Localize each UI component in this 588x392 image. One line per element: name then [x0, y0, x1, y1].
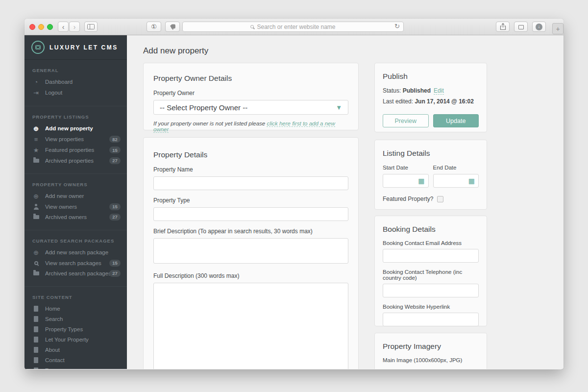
status-label: Status:	[383, 87, 403, 94]
property-imagery-card: Property Imagery Main Image (1000x600px,…	[374, 333, 487, 369]
owner-note: If your property owner is not yet listed…	[153, 121, 348, 132]
sidebar-section-property-listings: PROPERTY LISTINGS ⊕ Add new property ≡ V…	[24, 106, 127, 171]
sidebar-item-view-search-packages[interactable]: View search packages 15	[24, 258, 127, 268]
page-icon	[34, 337, 38, 343]
notes-extension-button[interactable]	[165, 22, 180, 32]
sidebar-item-featured-properties[interactable]: ★ Featured properties 15	[24, 145, 127, 155]
sidebar-section-general: GENERAL ◔ Dashboard ⇥ Logout	[24, 60, 127, 103]
plus-circle-icon: ⊕	[32, 193, 40, 199]
address-bar[interactable]: Search or enter website name ↻	[182, 22, 404, 32]
edit-status-link[interactable]: Edit	[434, 87, 444, 95]
password-extension-button[interactable]: ①	[147, 22, 161, 32]
elephant-icon	[170, 24, 176, 30]
main-content: Add new property Property Owner Details …	[127, 35, 564, 369]
count-badge: 27	[109, 270, 121, 277]
card-title: Listing Details	[383, 149, 479, 158]
sidebar-item-label: View search packages	[45, 260, 101, 266]
property-owner-select[interactable]: -- Select Property Owner -- ▼	[153, 100, 348, 115]
property-details-card: Property Details Property Name Property …	[143, 137, 359, 369]
sidebar-section-property-owners: PROPERTY OWNERS ⊕ Add new owner View own…	[24, 173, 127, 227]
sidebar-item-home[interactable]: Home	[24, 303, 127, 314]
count-badge: 15	[109, 147, 121, 153]
publish-card: Publish Status: PublishedEdit Last edite…	[374, 63, 487, 132]
sidebar-item-view-owners[interactable]: View owners 15	[24, 201, 127, 212]
minimize-window-button[interactable]	[38, 24, 44, 30]
downloads-button[interactable]: ↓	[532, 22, 546, 32]
booking-email-input[interactable]	[383, 249, 479, 263]
sidebar-item-let-your-property[interactable]: Let Your Property	[24, 334, 127, 344]
sidebar-toggle-button[interactable]	[84, 22, 98, 32]
last-edited-value: Jun 17, 2014 @ 16:02	[415, 98, 473, 105]
status-line: Status: PublishedEdit	[383, 87, 479, 94]
sidebar-item-terms[interactable]: Terms	[24, 365, 127, 369]
sidebar-item-property-types[interactable]: Property Types	[24, 324, 127, 334]
new-tab-button[interactable]: +	[552, 23, 564, 34]
calendar-icon[interactable]: ▦	[418, 177, 424, 184]
folder-icon	[33, 159, 39, 163]
sidebar-item-about[interactable]: About	[24, 344, 127, 355]
property-type-label: Property Type	[153, 197, 348, 204]
booking-phone-label: Booking Contact Telephone (inc country c…	[383, 269, 479, 281]
sidebar-item-label: View owners	[45, 204, 77, 210]
sidebar-item-label: Featured properties	[45, 147, 94, 153]
search-icon	[34, 261, 38, 265]
brief-description-textarea[interactable]	[153, 238, 348, 264]
booking-website-label: Booking Website Hyperlink	[383, 304, 479, 310]
forward-button[interactable]: ›	[69, 22, 80, 32]
section-header: PROPERTY OWNERS	[24, 177, 127, 191]
share-icon	[500, 23, 506, 30]
sidebar-item-label: Terms	[45, 368, 60, 369]
share-button[interactable]	[496, 22, 510, 32]
browser-toolbar: ‹ › ① Search or enter website name ↻	[24, 19, 564, 35]
page-icon	[34, 316, 38, 322]
count-badge: 15	[109, 260, 121, 267]
booking-phone-input[interactable]	[383, 284, 479, 297]
sidebar-item-archived-search-packages[interactable]: Archived search packages 27	[24, 268, 127, 278]
last-edited-label: Last edited:	[383, 98, 415, 105]
sidebar-item-add-new-owner[interactable]: ⊕ Add new owner	[24, 191, 127, 201]
sidebar-item-search[interactable]: Search	[24, 314, 127, 324]
count-badge: 15	[109, 203, 121, 210]
brief-description-label: Brief Description (To appear in search r…	[153, 228, 348, 235]
browser-window: ‹ › ① Search or enter website name ↻	[24, 19, 564, 369]
sidebar-item-label: Dashboard	[45, 79, 73, 85]
property-type-input[interactable]	[153, 207, 348, 221]
card-title: Property Details	[153, 150, 348, 159]
app-logo: LUXURY LET CMS	[24, 35, 127, 60]
sidebar-item-contact[interactable]: Contact	[24, 355, 127, 365]
sidebar-item-label: Archived properties	[45, 158, 94, 164]
property-name-input[interactable]	[153, 176, 348, 190]
zoom-window-button[interactable]	[47, 24, 53, 30]
start-date-input[interactable]: ▦	[383, 174, 429, 188]
sidebar-item-label: Search	[45, 316, 63, 322]
sidebar-item-logout[interactable]: ⇥ Logout	[24, 87, 127, 98]
close-window-button[interactable]	[29, 24, 35, 30]
last-edited-line: Last edited: Jun 17, 2014 @ 16:02	[383, 98, 479, 105]
reload-icon[interactable]: ↻	[394, 23, 400, 30]
back-button[interactable]: ‹	[58, 22, 69, 32]
page-title: Add new property	[143, 46, 564, 56]
full-description-textarea[interactable]	[153, 283, 348, 369]
count-badge: 27	[109, 157, 121, 164]
preview-button[interactable]: Preview	[383, 114, 429, 127]
booking-details-card: Booking Details Booking Contact Email Ad…	[374, 216, 487, 326]
sidebar-toggle-icon	[87, 24, 95, 29]
update-button[interactable]: Update	[433, 114, 479, 127]
tab-overview-button[interactable]	[514, 22, 528, 32]
knot-logo-icon	[31, 41, 45, 54]
logout-icon: ⇥	[32, 90, 40, 96]
calendar-icon[interactable]: ▦	[468, 177, 475, 184]
page-icon	[34, 326, 38, 332]
sidebar-item-add-new-search-package[interactable]: ⊕ Add new search package	[24, 247, 127, 258]
sidebar-item-view-properties[interactable]: ≡ View properties 82	[24, 134, 127, 145]
sidebar-item-archived-owners[interactable]: Archived owners 27	[24, 212, 127, 222]
booking-website-input[interactable]	[383, 313, 479, 326]
list-icon: ≡	[32, 136, 40, 143]
sidebar-item-add-new-property[interactable]: ⊕ Add new property	[24, 123, 127, 134]
sidebar-item-archived-properties[interactable]: Archived properties 27	[24, 155, 127, 166]
end-date-input[interactable]: ▦	[433, 174, 479, 188]
one-password-icon: ①	[151, 24, 157, 30]
featured-property-checkbox[interactable]	[437, 196, 443, 202]
sidebar-item-dashboard[interactable]: ◔ Dashboard	[24, 76, 127, 87]
search-icon	[250, 25, 254, 28]
